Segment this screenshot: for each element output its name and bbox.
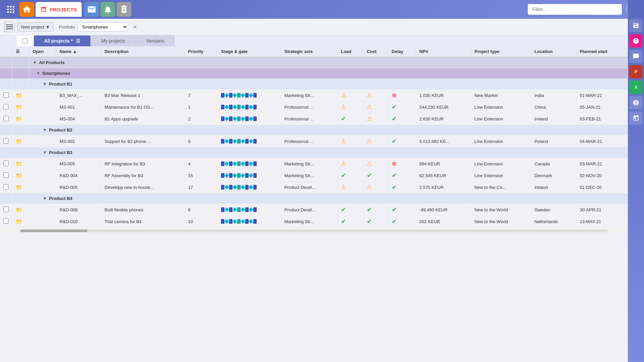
cell-load-b3max: ⚠ bbox=[337, 90, 363, 101]
scrollbar-area bbox=[0, 227, 628, 234]
settings-button[interactable] bbox=[4, 21, 15, 32]
bell-button[interactable] bbox=[100, 2, 115, 17]
cell-cost-ms004: ⚠ bbox=[363, 113, 388, 125]
filter-input[interactable] bbox=[528, 4, 622, 15]
folder-icon: 📁 bbox=[16, 116, 23, 122]
cell-desc-ms004: B1 Apps upgrade bbox=[101, 113, 185, 125]
close-portfolio-btn[interactable]: ✕ bbox=[131, 23, 139, 31]
table-row: 📁 MS-002 Support for B2 phone ... 6 Prof… bbox=[0, 136, 628, 147]
cell-priority-ms004: 2 bbox=[184, 113, 218, 125]
scrollbar-thumb[interactable] bbox=[20, 229, 87, 232]
row-checkbox-ms005[interactable] bbox=[3, 161, 9, 166]
row-checkbox-rd010[interactable] bbox=[3, 218, 9, 224]
cell-axis-ms004: Professional ... bbox=[281, 113, 337, 125]
col-description-header: Description bbox=[101, 46, 185, 57]
col-open-label: Open bbox=[29, 46, 56, 57]
group-product-b1: ▼Product B1 bbox=[0, 79, 628, 90]
col-delay-header: Delay bbox=[388, 46, 416, 57]
scrollbar-track[interactable] bbox=[20, 229, 608, 232]
group-product-b4: ▼Product B4 bbox=[0, 193, 628, 204]
cell-delay-b3max: ⊗ bbox=[388, 90, 416, 101]
row-checkbox-rd005[interactable] bbox=[3, 184, 9, 190]
calendar-sidebar-btn[interactable] bbox=[629, 111, 643, 125]
cell-desc-b3max: B3 Max Release 1 bbox=[101, 90, 185, 101]
cell-loc-ms001: China bbox=[531, 101, 576, 113]
cell-name-ms004: MS-004 bbox=[56, 113, 101, 125]
new-project-button[interactable]: New project ▼ bbox=[17, 22, 54, 32]
table-row: 📁 R&D-010 Trial camera for B4 10 Marketi… bbox=[0, 216, 628, 227]
cell-npv-b3max: 1.035 KEUR bbox=[416, 90, 471, 101]
svg-rect-7 bbox=[10, 11, 12, 13]
header-checkbox-container bbox=[17, 35, 34, 46]
row-checkbox-ms002[interactable] bbox=[3, 138, 9, 144]
table-row: 📁 R&D-005 Developp new in-house... 17 Pr… bbox=[0, 182, 628, 193]
home-button[interactable] bbox=[19, 2, 34, 17]
svg-rect-5 bbox=[13, 9, 14, 10]
cell-name-ms001: MS-001 bbox=[56, 101, 101, 113]
inbox-button[interactable] bbox=[84, 2, 99, 17]
ppt-sidebar-btn[interactable]: P bbox=[629, 65, 643, 79]
tab-versions[interactable]: Versions bbox=[136, 35, 175, 46]
table-container[interactable]: ☰ Open Name ▲ Description Priority Stage… bbox=[0, 46, 628, 227]
row-checkbox-rd004[interactable] bbox=[3, 172, 9, 178]
col-name-header[interactable]: Name ▲ bbox=[56, 46, 101, 57]
cell-npv-ms004: 2.630 KEUR bbox=[416, 113, 471, 125]
portfolio-select[interactable]: Smartphones bbox=[78, 22, 128, 32]
svg-rect-0 bbox=[7, 6, 9, 8]
row-checkbox-rd008[interactable] bbox=[3, 207, 9, 212]
table-row: 📁 MS-001 Maintenance for B1 OS... 1 Prof… bbox=[0, 101, 628, 113]
svg-rect-8 bbox=[13, 11, 14, 13]
tab-all-projects[interactable]: All projects * ☰ bbox=[34, 35, 91, 46]
folder-icon: 📁 bbox=[16, 161, 23, 167]
portfolio-label: Portfolio bbox=[59, 24, 75, 30]
group-smartphones: ▼Smartphones bbox=[0, 68, 628, 79]
col-load-header: Load bbox=[337, 46, 363, 57]
dollar-sidebar-btn[interactable] bbox=[629, 96, 643, 109]
excel-sidebar-btn[interactable]: X bbox=[629, 81, 643, 94]
svg-rect-2 bbox=[13, 6, 14, 8]
table-row: 📁 MS-005 RF Integration for B3 4 Marketi… bbox=[0, 158, 628, 170]
save-sidebar-btn[interactable] bbox=[629, 19, 643, 32]
trash-button[interactable] bbox=[117, 2, 131, 17]
cell-axis-ms001: Professional ... bbox=[281, 101, 337, 113]
cell-delay-ms001: ✔ bbox=[388, 101, 416, 113]
tab-my-projects[interactable]: My projects bbox=[91, 35, 136, 46]
col-type-header: Project type bbox=[471, 46, 531, 57]
svg-rect-6 bbox=[7, 11, 9, 13]
folder-icon: 📁 bbox=[16, 104, 23, 110]
right-sidebar: P X bbox=[628, 0, 644, 362]
cell-load-ms004: ✔ bbox=[337, 113, 363, 125]
cell-type-ms004: Line Extension bbox=[471, 113, 531, 125]
cell-priority-b3max: 7 bbox=[184, 90, 218, 101]
cell-npv-ms001: 544.230 KEUR bbox=[416, 101, 471, 113]
top-navigation: PROJECTS bbox=[0, 0, 644, 19]
row-checkbox-ms001[interactable] bbox=[3, 104, 9, 109]
projects-tab[interactable]: PROJECTS bbox=[36, 2, 82, 17]
tab-row: All projects * ☰ My projects Versions bbox=[0, 35, 628, 46]
apps-button[interactable] bbox=[3, 2, 18, 17]
toolbar: New project ▼ Portfolio Smartphones ✕ bbox=[0, 19, 628, 35]
table-row: 📁 R&D-004 RF Assembly for B3 16 Marketin… bbox=[0, 170, 628, 182]
cell-type-ms001: Line Extension bbox=[471, 101, 531, 113]
row-checkbox-b3max[interactable] bbox=[3, 92, 9, 98]
cell-load-ms001: ⚠ bbox=[337, 101, 363, 113]
cell-loc-b3max: India bbox=[531, 90, 576, 101]
chat-sidebar-btn[interactable] bbox=[629, 50, 643, 63]
row-checkbox-ms004[interactable] bbox=[3, 116, 9, 121]
cell-start-ms004: 03-FEB-21 bbox=[576, 113, 628, 125]
cell-cost-ms001: ⚠ bbox=[363, 101, 388, 113]
table-row: 📁 MS-004 B1 Apps upgrade 2 Professional … bbox=[0, 113, 628, 125]
group-all-products: ▼All Products bbox=[0, 57, 628, 68]
question-sidebar-btn[interactable] bbox=[629, 34, 643, 48]
group-product-b2: ▼Product B2 bbox=[0, 125, 628, 136]
projects-label: PROJECTS bbox=[50, 7, 77, 12]
folder-icon: 📁 bbox=[16, 173, 23, 178]
folder-icon: 📁 bbox=[16, 139, 23, 144]
folder-icon: 📁 bbox=[16, 207, 23, 213]
folder-icon: 📁 bbox=[16, 93, 23, 98]
col-open-header[interactable]: ☰ bbox=[12, 46, 29, 57]
cell-start-b3max: 01-MAR-21 bbox=[576, 90, 628, 101]
select-all-checkbox[interactable] bbox=[23, 38, 28, 44]
cell-start-ms001: 05-JAN-21 bbox=[576, 101, 628, 113]
table-row: 📁 B3_MAX_... B3 Max Release 1 7 Marketin… bbox=[0, 90, 628, 101]
